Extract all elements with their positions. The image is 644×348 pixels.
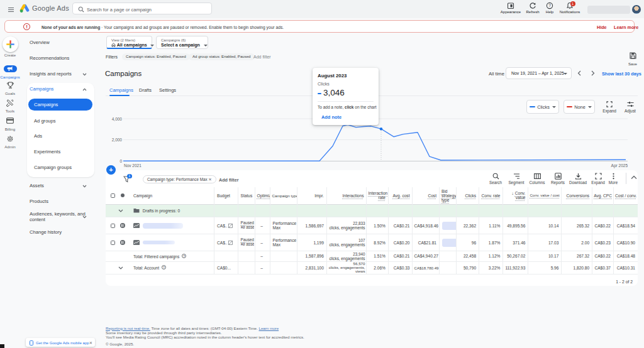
svg-text:2,000: 2,000 bbox=[112, 138, 123, 142]
svg-text:Apr 2025: Apr 2025 bbox=[611, 163, 628, 168]
svg-text:0: 0 bbox=[119, 159, 122, 163]
svg-text:?: ? bbox=[548, 3, 551, 8]
svg-text:Nov 2021: Nov 2021 bbox=[124, 163, 142, 168]
svg-text:4,000: 4,000 bbox=[112, 117, 123, 121]
